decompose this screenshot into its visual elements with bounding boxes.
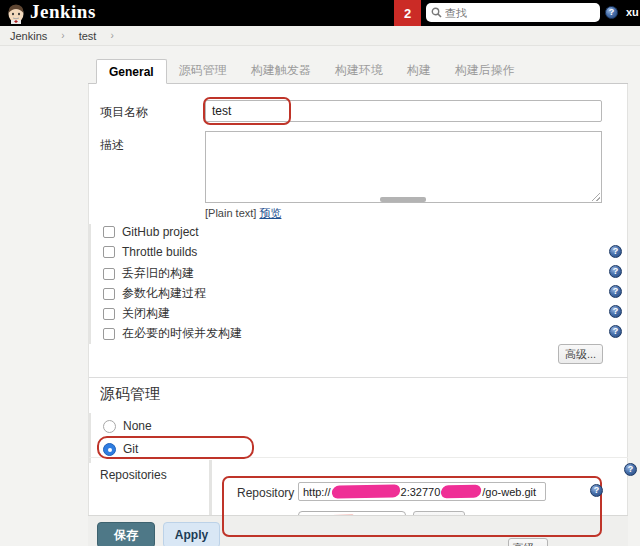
radio-label: None bbox=[123, 419, 152, 433]
tab-build-triggers[interactable]: 构建触发器 bbox=[239, 57, 323, 83]
top-header-bar: Jenkins 2 ? xu bbox=[0, 0, 640, 26]
section-indent-bar bbox=[88, 413, 91, 463]
radio-label: Git bbox=[123, 442, 138, 456]
help-icon-throttle-builds[interactable]: ? bbox=[609, 245, 622, 258]
config-tabbar: General 源码管理 构建触发器 构建环境 构建 构建后操作 bbox=[88, 60, 628, 84]
breadcrumb-item-jenkins[interactable]: Jenkins bbox=[10, 30, 47, 42]
save-button[interactable]: 保存 bbox=[97, 522, 155, 546]
section-divider bbox=[89, 377, 628, 378]
advanced-button[interactable]: 高级... bbox=[558, 344, 603, 364]
github-project-checkbox[interactable] bbox=[103, 226, 115, 238]
radio-row-none: None bbox=[103, 419, 152, 433]
disable-build-checkbox[interactable] bbox=[103, 308, 115, 320]
checkbox-label: Throttle builds bbox=[122, 245, 197, 259]
search-input[interactable] bbox=[445, 7, 585, 19]
checkbox-row-disable-build: 关闭构建 bbox=[103, 305, 170, 322]
repositories-label: Repositories bbox=[100, 468, 167, 482]
redaction-mark-path bbox=[440, 485, 482, 499]
url-mid: 2:32770 bbox=[401, 486, 441, 498]
help-icon-parameterized-build[interactable]: ? bbox=[609, 285, 622, 298]
breadcrumb: Jenkins › test › bbox=[0, 26, 640, 46]
checkbox-label: 关闭构建 bbox=[122, 305, 170, 322]
section-indent-bar bbox=[88, 224, 91, 344]
header-help-icon[interactable]: ? bbox=[605, 6, 618, 19]
project-name-label: 项目名称 bbox=[100, 104, 148, 121]
breadcrumb-item-test[interactable]: test bbox=[79, 30, 97, 42]
throttle-builds-checkbox[interactable] bbox=[103, 246, 115, 258]
url-suffix: /go-web.git bbox=[482, 486, 536, 498]
checkbox-label: GitHub project bbox=[122, 225, 199, 239]
concurrent-builds-checkbox[interactable] bbox=[103, 328, 115, 340]
checkbox-row-throttle-builds: Throttle builds bbox=[103, 245, 197, 259]
advanced-button-partial[interactable]: 高级... bbox=[508, 538, 548, 546]
search-icon bbox=[431, 7, 442, 18]
checkbox-label: 丢弃旧的构建 bbox=[122, 265, 194, 282]
help-icon-repositories[interactable]: ? bbox=[624, 463, 637, 476]
scm-none-radio[interactable] bbox=[103, 420, 116, 433]
description-label: 描述 bbox=[100, 137, 124, 154]
help-icon-repository-url[interactable]: ? bbox=[590, 484, 603, 497]
checkbox-row-concurrent-builds: 在必要的时候并发构建 bbox=[103, 325, 242, 342]
notification-badge[interactable]: 2 bbox=[394, 0, 421, 26]
project-name-input[interactable]: test bbox=[205, 100, 602, 122]
help-icon-discard-old-builds[interactable]: ? bbox=[609, 265, 622, 278]
description-textarea[interactable] bbox=[205, 131, 602, 203]
scm-git-radio[interactable] bbox=[103, 443, 116, 456]
checkbox-label: 参数化构建过程 bbox=[122, 285, 206, 302]
radio-row-git: Git bbox=[103, 442, 138, 456]
section-divider bbox=[89, 457, 628, 458]
discard-old-builds-checkbox[interactable] bbox=[103, 268, 115, 280]
parameterized-build-checkbox[interactable] bbox=[103, 288, 115, 300]
textarea-drag-handle-icon[interactable] bbox=[380, 197, 426, 202]
checkbox-row-parameterized-build: 参数化构建过程 bbox=[103, 285, 206, 302]
tab-post-build-actions[interactable]: 构建后操作 bbox=[443, 57, 527, 83]
breadcrumb-separator: › bbox=[61, 30, 64, 41]
checkbox-label: 在必要的时候并发构建 bbox=[122, 325, 242, 342]
redaction-mark-host bbox=[331, 484, 401, 498]
username[interactable]: xu bbox=[626, 6, 639, 18]
tab-build-environment[interactable]: 构建环境 bbox=[323, 57, 395, 83]
brand-title[interactable]: Jenkins bbox=[30, 1, 96, 23]
url-prefix: http:// bbox=[303, 486, 331, 498]
help-icon-concurrent-builds[interactable]: ? bbox=[609, 325, 622, 338]
scm-section-heading: 源码管理 bbox=[100, 385, 160, 404]
search-box[interactable] bbox=[426, 3, 600, 22]
tab-build[interactable]: 构建 bbox=[395, 57, 443, 83]
jenkins-butler-logo-icon[interactable] bbox=[5, 2, 27, 24]
apply-button[interactable]: Apply bbox=[163, 522, 220, 546]
tab-source-code-management[interactable]: 源码管理 bbox=[167, 57, 239, 83]
repository-url-input[interactable]: http:// 2:32770 /go-web.git bbox=[298, 482, 546, 501]
markup-formatter-row: [Plain text] 预览 bbox=[205, 206, 281, 221]
tab-general[interactable]: General bbox=[96, 59, 167, 84]
plain-text-label: [Plain text] bbox=[205, 207, 256, 219]
breadcrumb-separator[interactable]: › bbox=[110, 30, 113, 41]
help-icon-disable-build[interactable]: ? bbox=[609, 305, 622, 318]
checkbox-row-discard-old-builds: 丢弃旧的构建 bbox=[103, 265, 194, 282]
checkbox-row-github-project: GitHub project bbox=[103, 225, 199, 239]
preview-link[interactable]: 预览 bbox=[259, 207, 281, 219]
